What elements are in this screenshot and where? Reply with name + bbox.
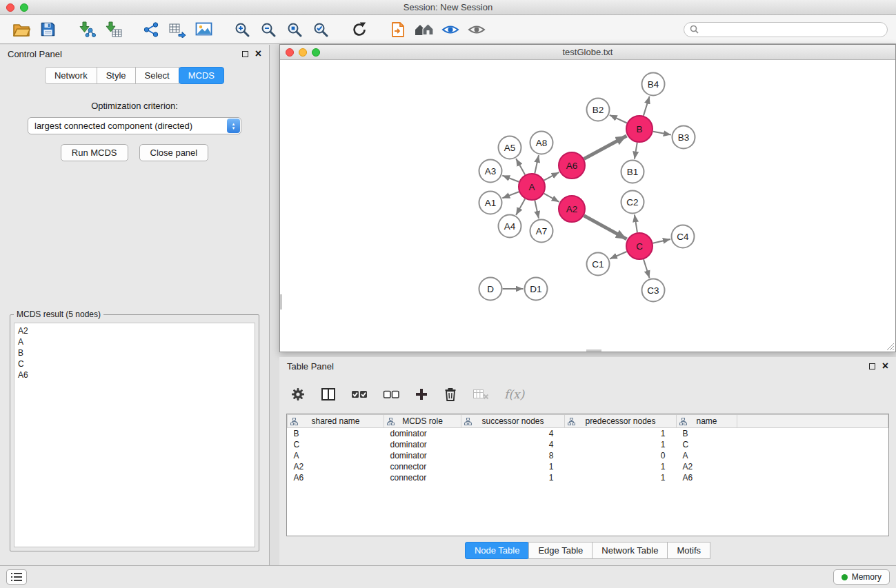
table-cell[interactable]: A2	[288, 461, 384, 472]
tab-style[interactable]: Style	[97, 67, 136, 84]
edge-C-C1[interactable]	[610, 252, 627, 259]
edge-C-C4[interactable]	[653, 239, 670, 243]
column-header-successor-nodes[interactable]: successor nodes	[461, 415, 565, 428]
edge-A-A7[interactable]	[535, 201, 539, 219]
network-minimize-button[interactable]	[299, 48, 307, 57]
table-cell[interactable]: A6	[288, 472, 384, 483]
export-table-button[interactable]	[164, 19, 190, 41]
edge-A-A8[interactable]	[535, 155, 539, 173]
memory-button[interactable]: Memory	[833, 569, 890, 585]
table-cell[interactable]: 1	[565, 472, 677, 483]
edge-C-C3[interactable]	[644, 259, 650, 278]
node-table[interactable]: shared nameMCDS rolesuccessor nodesprede…	[286, 414, 889, 536]
table-cell[interactable]: dominator	[384, 428, 461, 439]
graph-node-B[interactable]: B	[626, 116, 653, 142]
table-settings-button[interactable]	[290, 387, 306, 402]
zoom-fit-button[interactable]	[281, 19, 308, 41]
zoom-out-button[interactable]	[255, 19, 281, 41]
edge-A-A4[interactable]	[516, 199, 525, 215]
graph-node-B3[interactable]: B3	[673, 126, 695, 149]
table-cell[interactable]: A	[288, 450, 384, 461]
horizontal-scroll-hint[interactable]	[586, 349, 601, 352]
column-header-name[interactable]: name	[677, 415, 737, 428]
table-row-B[interactable]: Bdominator41B	[288, 428, 888, 439]
import-table-button[interactable]	[99, 19, 126, 41]
table-cell[interactable]: 1	[565, 428, 677, 439]
tab-network-table[interactable]: Network Table	[592, 542, 668, 559]
graph-node-D1[interactable]: D1	[525, 278, 548, 301]
table-cell[interactable]: 4	[461, 439, 565, 450]
select-all-button[interactable]	[351, 388, 368, 401]
graph-node-A5[interactable]: A5	[499, 136, 521, 159]
table-cell[interactable]: A	[677, 450, 737, 461]
edge-A6-B[interactable]	[584, 136, 627, 159]
close-panel-icon[interactable]: ×	[255, 50, 261, 58]
graph-node-C4[interactable]: C4	[672, 225, 695, 248]
close-panel-button[interactable]: Close panel	[139, 144, 209, 161]
function-builder-button[interactable]: f(x)	[504, 387, 524, 401]
table-cell[interactable]: 4	[461, 428, 565, 439]
graph-node-C[interactable]: C	[626, 233, 653, 259]
tab-edge-table[interactable]: Edge Table	[528, 542, 593, 559]
tab-node-table[interactable]: Node Table	[465, 542, 530, 559]
home-layout-button[interactable]	[411, 19, 437, 41]
edge-A-A5[interactable]	[516, 159, 525, 175]
mcds-result-list[interactable]: A2ABCA6	[14, 323, 255, 547]
close-table-panel-icon[interactable]: ×	[882, 362, 888, 370]
graph-node-D[interactable]: D	[479, 278, 502, 301]
save-session-button[interactable]	[34, 19, 61, 41]
table-cell[interactable]: C	[677, 439, 737, 450]
zoom-selected-button[interactable]	[308, 19, 334, 41]
tab-mcds[interactable]: MCDS	[179, 67, 224, 84]
tab-select[interactable]: Select	[135, 67, 179, 84]
graph-node-B2[interactable]: B2	[587, 99, 610, 121]
result-item-A6[interactable]: A6	[18, 369, 251, 381]
table-cell[interactable]: dominator	[384, 439, 461, 450]
criterion-dropdown[interactable]: largest connected component (directed) ▲…	[28, 117, 241, 134]
network-window-titlebar[interactable]: testGlobe.txt	[280, 45, 895, 60]
graph-node-C1[interactable]: C1	[587, 253, 610, 276]
table-cell[interactable]: 0	[565, 450, 677, 461]
edge-B-B3[interactable]	[653, 132, 671, 135]
table-row-C[interactable]: Cdominator41C	[288, 439, 888, 450]
graph-node-C3[interactable]: C3	[642, 279, 665, 302]
search-box[interactable]	[684, 22, 888, 37]
network-zoom-button[interactable]	[312, 48, 320, 57]
graph-node-C2[interactable]: C2	[621, 191, 644, 214]
run-mcds-button[interactable]: Run MCDS	[61, 144, 128, 161]
graph-node-A3[interactable]: A3	[479, 160, 502, 183]
table-cell[interactable]: C	[288, 439, 384, 450]
table-cell[interactable]: A6	[677, 472, 737, 483]
refresh-button[interactable]	[346, 19, 372, 41]
graph-node-A1[interactable]: A1	[479, 192, 502, 214]
task-history-button[interactable]	[6, 569, 27, 585]
export-image-button[interactable]	[190, 19, 217, 41]
table-cell[interactable]: B	[288, 428, 384, 439]
delete-table-button[interactable]	[472, 387, 489, 401]
graph-node-A7[interactable]: A7	[530, 220, 553, 243]
table-cell[interactable]: 1	[565, 461, 677, 472]
column-header-shared-name[interactable]: shared name	[288, 415, 384, 428]
table-cell[interactable]: dominator	[384, 450, 461, 461]
zoom-window-button[interactable]	[20, 3, 28, 12]
edge-A-A6[interactable]	[544, 172, 559, 181]
style-preview-button[interactable]	[437, 19, 464, 41]
tab-network[interactable]: Network	[45, 67, 97, 84]
open-session-file-button[interactable]	[385, 19, 411, 41]
graph-node-A[interactable]: A	[519, 174, 545, 200]
edge-A-A2[interactable]	[544, 194, 559, 202]
edge-A2-C[interactable]	[584, 216, 627, 239]
float-panel-icon[interactable]	[242, 51, 248, 57]
search-input[interactable]	[702, 25, 882, 34]
result-item-B[interactable]: B	[18, 347, 251, 358]
float-table-panel-icon[interactable]	[869, 363, 875, 369]
edge-B-B2[interactable]	[610, 115, 627, 123]
edge-A-A3[interactable]	[502, 176, 519, 182]
export-network-button[interactable]	[138, 19, 164, 41]
table-row-A[interactable]: Adominator80A	[288, 450, 888, 461]
network-canvas[interactable]: B4B2BB3A8A5A6A3B1AC2A1A2A4A7C4CC1C3DD1	[280, 60, 895, 352]
close-window-button[interactable]	[6, 3, 14, 12]
table-cell[interactable]: 1	[565, 439, 677, 450]
zoom-in-button[interactable]	[229, 19, 255, 41]
table-row-A2[interactable]: A2connector11A2	[288, 461, 888, 472]
